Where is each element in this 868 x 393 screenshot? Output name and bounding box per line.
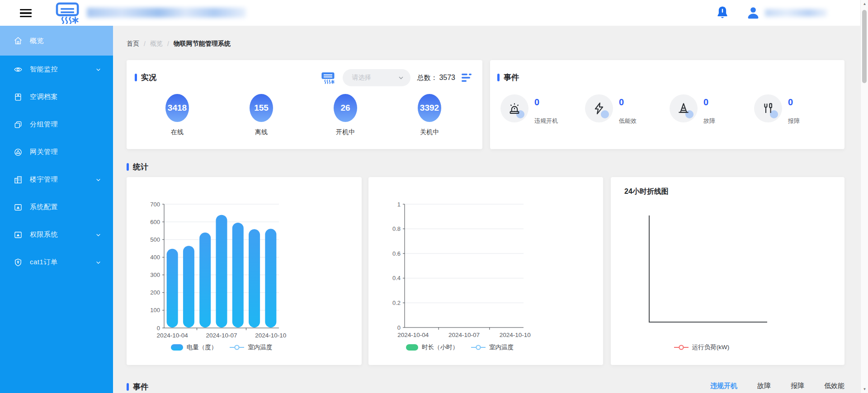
scroll-up-arrow[interactable]: ▲ [861,0,868,8]
live-title-text: 实况 [141,72,156,83]
breadcrumb-separator: / [167,40,169,47]
events-card-title: 事件 [497,72,519,83]
breadcrumb-home[interactable]: 首页 [127,40,139,48]
svg-text:500: 500 [150,236,160,243]
svg-text:700: 700 [150,201,160,208]
legend-swatch [171,344,183,351]
sidebar-item-label: 系统配置 [30,203,58,211]
device-select-dropdown[interactable]: 请选择 [343,69,410,86]
sidebar-item-label: 智能监控 [30,65,58,74]
electricity-bar-chart: 01002003004005006007002024-10-042024-10-… [127,177,362,340]
chart3-legend: 运行负荷(kW) [611,343,793,351]
eye-icon [14,65,23,74]
archive-icon [14,93,23,102]
hamburger-menu-icon[interactable] [20,9,32,17]
sidebar-item-gateway-management[interactable]: 网关管理 [0,138,113,166]
title-marker [497,74,500,81]
scrollbar[interactable]: ▲ ▼ [860,0,868,393]
event-low-efficiency: 0 低能效 [585,94,670,125]
event-label: 故障 [703,117,715,125]
sidebar-item-label: 空调档案 [30,93,58,101]
svg-text:0.4: 0.4 [392,275,401,281]
stat-bubble: 155 [250,94,273,122]
sidebar-item-smart-monitoring[interactable]: 智能监控 [0,56,113,83]
events-row: 0 违规开机 0 低能效 0 故障 [500,94,839,125]
user-avatar-icon[interactable] [746,5,760,22]
sidebar-item-label: 分组管理 [30,120,58,129]
svg-text:1: 1 [397,201,401,208]
scrollbar-thumb[interactable] [862,10,867,83]
sidebar-item-permission-system[interactable]: 权限系统 [0,221,113,248]
sidebar-item-group-management[interactable]: 分组管理 [0,111,113,138]
stat-bubble: 3418 [165,94,189,122]
tab-repair-report[interactable]: 报障 [791,382,804,390]
sidebar-item-cat1-orders[interactable]: cat1订单 [0,248,113,276]
svg-text:2024-10-04: 2024-10-04 [397,332,429,338]
events-summary-card: 事件 0 违规开机 0 低能效 [490,60,844,149]
chevron-down-icon [95,259,101,265]
chevron-down-icon [398,75,404,81]
event-repair-report: 0 报障 [754,94,839,125]
legend-indoor-temp[interactable]: 室内温度 [230,343,272,351]
top-bar [0,0,868,26]
sidebar-item-ac-archive[interactable]: 空调档案 [0,83,113,111]
live-card-title: 实况 [135,72,156,83]
stat-label: 开机中 [334,128,357,136]
select-placeholder: 请选择 [352,74,371,82]
title-marker [127,163,129,171]
notification-bell-icon[interactable] [716,5,729,22]
tools-icon [761,102,775,115]
live-stats-row: 3418 在线 155 离线 26 开机中 3392 关机中 [165,94,482,136]
legend-duration[interactable]: 时长（小时） [406,343,458,351]
sidebar-item-building-management[interactable]: 楼宇管理 [0,166,113,193]
legend-indoor-temp[interactable]: 室内温度 [471,343,514,351]
user-name-blurred[interactable] [765,9,827,17]
legend-electricity[interactable]: 电量（度） [171,343,217,351]
bolt-icon [592,102,606,115]
live-status-card: 实况 请选择 总数： 3573 3418 在线 [127,60,482,149]
sidebar-item-label: 楼宇管理 [30,175,58,184]
svg-text:2024-10-07: 2024-10-07 [448,332,480,338]
tab-fault[interactable]: 故障 [757,382,771,390]
legend-load[interactable]: 运行负荷(kW) [674,343,729,351]
shield-icon [14,258,23,267]
svg-text:0.8: 0.8 [392,225,401,232]
breadcrumb-overview[interactable]: 概览 [150,40,163,48]
building-icon [14,175,23,184]
duration-bar-chart: 00.20.40.60.812024-10-042024-10-072024-1… [368,177,603,340]
tab-illegal-poweron[interactable]: 违规开机 [710,382,737,390]
scroll-down-arrow[interactable]: ▼ [861,385,868,393]
svg-text:0: 0 [397,324,401,331]
stat-offline: 155 离线 [250,94,273,136]
chevron-down-icon [95,66,101,72]
cone-icon [677,102,690,115]
chart2-legend: 时长（小时） 室内温度 [368,343,551,351]
sidebar-item-system-config[interactable]: 系统配置 [0,193,113,221]
legend-label: 室内温度 [489,343,514,351]
event-count: 0 [534,97,558,107]
sidebar: 概览 智能监控 空调档案 分组管理 网关管理 楼宇管理 [0,26,113,393]
svg-text:300: 300 [150,271,160,278]
duration-bar-chart-card: 00.20.40.60.812024-10-042024-10-072024-1… [368,177,603,365]
legend-line-swatch [230,344,244,351]
tab-low-efficiency[interactable]: 低效能 [824,382,844,390]
svg-text:2024-10-10: 2024-10-10 [255,332,286,339]
svg-text:600: 600 [150,219,160,225]
sidebar-item-overview[interactable]: 概览 [0,26,113,56]
brand-name-blurred [87,8,246,18]
total-count: 总数： 3573 [417,74,455,82]
sidebar-item-label: 网关管理 [30,148,58,156]
gateway-icon [14,148,23,157]
filter-list-icon[interactable] [462,73,473,83]
stat-powered-on: 26 开机中 [334,94,357,136]
legend-label: 室内温度 [248,343,272,351]
system-config-icon [14,203,23,212]
event-count: 0 [703,97,715,107]
layers-icon [14,120,23,129]
legend-line-swatch [674,344,689,351]
ac-brand-logo-icon [53,2,82,26]
total-label: 总数： [417,74,437,82]
svg-text:0.6: 0.6 [392,250,401,257]
chevron-down-icon [95,177,101,182]
chevron-down-icon [95,232,101,238]
